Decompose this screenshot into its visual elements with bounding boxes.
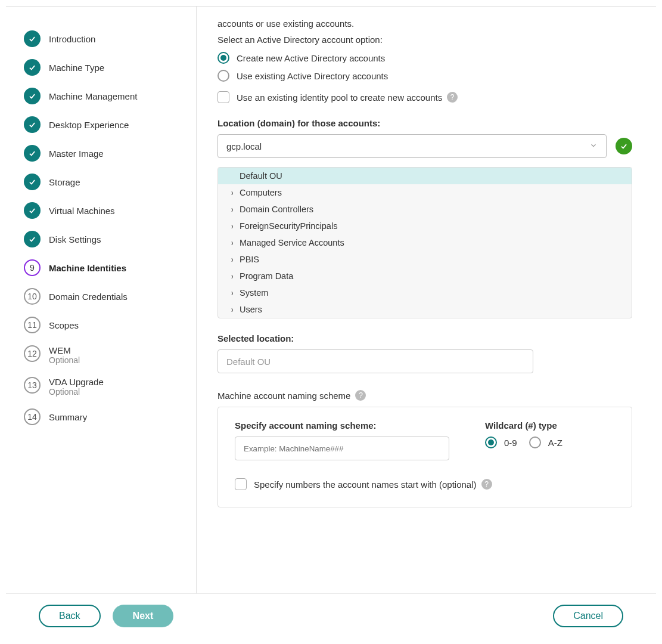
check-icon — [24, 30, 41, 47]
chevron-right-icon: › — [231, 188, 237, 197]
chevron-right-icon: › — [231, 238, 237, 247]
help-icon[interactable]: ? — [355, 390, 366, 401]
wizard-sidebar: IntroductionMachine TypeMachine Manageme… — [6, 7, 197, 593]
domain-value: gcp.local — [226, 141, 262, 151]
wizard-container: IntroductionMachine TypeMachine Manageme… — [0, 0, 662, 644]
ou-item-label: Computers — [238, 188, 282, 197]
ou-item-label: Default OU — [230, 171, 282, 181]
wizard-body: IntroductionMachine TypeMachine Manageme… — [6, 6, 656, 593]
ou-item-domain-controllers[interactable]: ›Domain Controllers — [218, 201, 632, 218]
step-master-image[interactable]: Master Image — [24, 139, 184, 168]
wildcard-numeric[interactable]: 0-9 — [485, 436, 517, 448]
checkbox-identity-pool-label: Use an existing identity pool to create … — [237, 92, 442, 103]
check-icon — [24, 116, 41, 133]
naming-scheme-header: Machine account naming scheme ? — [217, 390, 632, 401]
specify-start-numbers-label: Specify numbers the account names start … — [254, 479, 477, 490]
ou-item-label: Users — [238, 305, 262, 314]
step-label: Summary — [49, 412, 87, 422]
step-virtual-machines[interactable]: Virtual Machines — [24, 196, 184, 225]
wildcard-alpha[interactable]: A-Z — [529, 436, 562, 448]
step-wem[interactable]: 12WEMOptional — [24, 339, 184, 371]
naming-scheme-label: Machine account naming scheme — [217, 391, 350, 401]
back-button[interactable]: Back — [39, 605, 101, 627]
ou-item-users[interactable]: ›Users — [218, 301, 632, 318]
ou-item-system[interactable]: ›System — [218, 284, 632, 301]
step-domain-credentials[interactable]: 10Domain Credentials — [24, 282, 184, 311]
selected-location-value: Default OU — [226, 357, 271, 367]
step-number-badge: 9 — [24, 259, 41, 276]
selected-location-field: Default OU — [217, 349, 533, 373]
chevron-right-icon: › — [231, 288, 237, 298]
step-machine-management[interactable]: Machine Management — [24, 82, 184, 110]
step-summary[interactable]: 14Summary — [24, 402, 184, 431]
step-desktop-experience[interactable]: Desktop Experience — [24, 110, 184, 139]
ou-item-computers[interactable]: ›Computers — [218, 184, 632, 201]
chevron-right-icon: › — [231, 205, 237, 214]
step-label: WEM — [49, 345, 80, 355]
cancel-button[interactable]: Cancel — [553, 605, 623, 627]
ou-item-label: Program Data — [238, 271, 293, 281]
ou-item-foreignsecurityprincipals[interactable]: ›ForeignSecurityPrincipals — [218, 218, 632, 234]
checkbox-specify-numbers[interactable] — [235, 478, 247, 490]
wizard-content: accounts or use existing accounts. Selec… — [197, 7, 656, 593]
step-label: Machine Type — [49, 63, 104, 73]
domain-select[interactable]: gcp.local — [217, 134, 607, 158]
step-label: Domain Credentials — [49, 292, 128, 302]
step-introduction[interactable]: Introduction — [24, 24, 184, 53]
chevron-down-icon — [589, 141, 598, 151]
checkbox-identity-pool[interactable] — [217, 91, 229, 103]
check-icon — [24, 88, 41, 104]
step-storage[interactable]: Storage — [24, 168, 184, 196]
ou-item-managed-service-accounts[interactable]: ›Managed Service Accounts — [218, 234, 632, 251]
ou-item-label: ForeignSecurityPrincipals — [238, 221, 337, 231]
step-list: IntroductionMachine TypeMachine Manageme… — [24, 24, 184, 431]
specify-start-numbers-row[interactable]: Specify numbers the account names start … — [235, 478, 615, 490]
step-disk-settings[interactable]: Disk Settings — [24, 225, 184, 253]
step-vda-upgrade[interactable]: 13VDA UpgradeOptional — [24, 371, 184, 402]
step-machine-type[interactable]: Machine Type — [24, 53, 184, 82]
help-icon[interactable]: ? — [447, 92, 458, 103]
step-number-badge: 11 — [24, 317, 41, 333]
ad-option-prompt: Select an Active Directory account optio… — [217, 35, 632, 45]
check-icon — [24, 174, 41, 190]
domain-select-row: gcp.local — [217, 134, 632, 158]
radio-create-new[interactable]: Create new Active Directory accounts — [217, 52, 632, 64]
step-number-badge: 14 — [24, 408, 41, 425]
wildcard-label: Wildcard (#) type — [485, 420, 562, 431]
step-number-badge: 13 — [24, 377, 41, 394]
step-scopes[interactable]: 11Scopes — [24, 311, 184, 339]
ou-item-label: Domain Controllers — [238, 205, 313, 214]
step-number-badge: 10 — [24, 288, 41, 305]
naming-scheme-input[interactable] — [235, 436, 449, 460]
step-machine-identities[interactable]: 9Machine Identities — [24, 253, 184, 282]
selected-location-label: Selected location: — [217, 333, 632, 343]
check-icon — [24, 231, 41, 247]
ou-item-pbis[interactable]: ›PBIS — [218, 251, 632, 268]
step-label: Scopes — [49, 320, 79, 330]
check-icon — [24, 145, 41, 162]
wildcard-alpha-label: A-Z — [548, 438, 562, 448]
radio-icon-selected — [217, 52, 229, 64]
ou-item-default-ou[interactable]: Default OU — [218, 168, 632, 184]
step-label: Machine Identities — [49, 263, 126, 273]
checkbox-identity-pool-row[interactable]: Use an existing identity pool to create … — [217, 91, 632, 103]
naming-scheme-panel: Specify account naming scheme: Wildcard … — [217, 407, 632, 507]
help-icon[interactable]: ? — [481, 479, 492, 490]
location-label: Location (domain) for those accounts: — [217, 118, 632, 128]
radio-icon-unselected — [529, 436, 541, 448]
ou-tree[interactable]: Default OU›Computers›Domain Controllers›… — [217, 167, 632, 318]
ou-item-program-data[interactable]: ›Program Data — [218, 268, 632, 284]
naming-specify-label: Specify account naming scheme: — [235, 420, 449, 431]
wizard-footer: Back Next Cancel — [6, 593, 656, 638]
chevron-right-icon: › — [231, 221, 237, 231]
radio-use-existing[interactable]: Use existing Active Directory accounts — [217, 70, 632, 82]
ou-item-label: System — [238, 288, 268, 298]
check-icon — [24, 202, 41, 219]
chevron-right-icon: › — [231, 255, 237, 264]
radio-icon-selected — [485, 436, 497, 448]
domain-valid-icon — [616, 138, 632, 154]
radio-existing-label: Use existing Active Directory accounts — [237, 71, 388, 81]
step-label: Desktop Experience — [49, 120, 129, 130]
wildcard-col: Wildcard (#) type 0-9 A-Z — [485, 420, 562, 460]
next-button[interactable]: Next — [113, 605, 174, 627]
